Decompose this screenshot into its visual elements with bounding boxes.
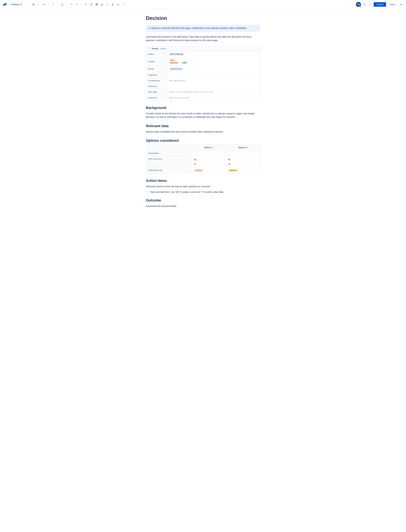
- con-icon-1: ⊖: [194, 162, 224, 166]
- pros-cons-cell-1: ⊕ ⊖: [194, 158, 224, 166]
- options-cost-col2[interactable]: MEDIUM: [226, 167, 260, 173]
- task-button[interactable]: ☑: [83, 2, 88, 7]
- mention-button[interactable]: @: [99, 2, 104, 7]
- more-insert-button[interactable]: +: [121, 2, 126, 7]
- options-pros-label: Pros and cons: [146, 156, 192, 167]
- row-value-approver[interactable]: [167, 72, 260, 78]
- close-button[interactable]: Close: [387, 2, 397, 7]
- outcome-section: Outcome Summarize the outcome below: [146, 198, 260, 208]
- details-label: Details: [152, 47, 159, 50]
- table-row: Contributors Add stakeholders: [146, 78, 260, 83]
- toolbar: Heading 2 ▾ B I ••• ≡ A ≔ ≒ ☑ 🔗 🖼 @ ☺ ⊞ …: [0, 0, 406, 9]
- impact-medium-badge: MEDIUM: [169, 62, 179, 64]
- list-group: ≔ ≒: [69, 2, 79, 7]
- toolbar-divider-2: [49, 3, 49, 6]
- row-value-impact[interactable]: HIGH / MEDIUM / LOW: [167, 57, 260, 66]
- toolbar-divider-4: [67, 3, 67, 6]
- pros-cons-cell-2: ⊕ ⊖: [228, 158, 258, 166]
- table-row: Option 1: Option 2:: [146, 145, 260, 150]
- more-options-button[interactable]: •••: [398, 2, 404, 7]
- options-col1-header: Option 1:: [192, 145, 226, 150]
- toolbar-divider-5: [81, 3, 81, 6]
- text-color-button[interactable]: A: [60, 2, 65, 7]
- row-label-outcome-detail: Outcome: [146, 95, 167, 100]
- due-date-placeholder: When does this decision need to be made …: [169, 91, 213, 93]
- action-items-section: Action items Add action items to close t…: [146, 179, 260, 193]
- options-pros-col1[interactable]: ⊕ ⊖: [192, 156, 226, 167]
- user-avatar[interactable]: CK: [356, 2, 361, 7]
- confluence-logo[interactable]: [2, 2, 7, 7]
- cost-badge-medium: MEDIUM: [228, 169, 238, 172]
- row-value-status[interactable]: NOT STARTED: [167, 51, 260, 57]
- page-history-button[interactable]: 📄: [368, 2, 372, 7]
- row-value-contributors[interactable]: Add stakeholders: [167, 78, 260, 83]
- task-checkbox[interactable]: [146, 191, 148, 193]
- options-cost-label: Estimated cost: [146, 167, 192, 173]
- table-row: Due date When does this decision need to…: [146, 89, 260, 95]
- row-label-driver: Driver: [146, 66, 167, 72]
- page-content: Decision ℹ Add your comments directly to…: [143, 9, 263, 226]
- details-icon: 📄: [148, 47, 151, 50]
- avatar-badge: [359, 5, 361, 7]
- options-description-label: Description: [146, 150, 192, 156]
- heading-selector[interactable]: Heading 2 ▾: [9, 2, 27, 6]
- info-banner: ℹ Add your comments directly to the page…: [146, 25, 260, 32]
- row-value-driver[interactable]: @Chan Kim: [167, 66, 260, 72]
- options-description-col1[interactable]: [192, 150, 226, 156]
- align-button[interactable]: ≡: [51, 2, 56, 7]
- options-table: Option 1: Option 2: Description Pros and…: [146, 145, 260, 174]
- table-row: Driver @Chan Kim: [146, 66, 260, 72]
- relevant-data-heading[interactable]: Relevant data: [146, 124, 260, 128]
- image-button[interactable]: 🖼: [94, 2, 99, 7]
- table-row: Approver: [146, 72, 260, 78]
- options-cost-col1[interactable]: LARGE: [192, 167, 226, 173]
- outcome-heading[interactable]: Outcome: [146, 198, 260, 202]
- details-header: 📄 Details | label =: [146, 46, 260, 51]
- background-body: Provide context on the decision the team…: [146, 112, 260, 119]
- row-label-approver: Approver: [146, 72, 167, 78]
- ordered-list-button[interactable]: ≒: [74, 2, 79, 7]
- row-value-informed[interactable]: [167, 83, 260, 89]
- driver-mention: @Chan Kim: [169, 67, 183, 70]
- row-label-impact: Impact: [146, 57, 167, 66]
- task-row: Type your task here. Use "@" to assign a…: [146, 191, 260, 193]
- row-value-due-date[interactable]: When does this decision need to be made …: [167, 89, 260, 95]
- toolbar-right: CK + 📄 Publish Close •••: [356, 2, 404, 7]
- bold-button[interactable]: B: [31, 2, 36, 7]
- action-items-heading[interactable]: Action items: [146, 179, 260, 183]
- info-icon: ℹ: [148, 27, 149, 30]
- cost-badge-large: LARGE: [194, 169, 203, 172]
- text-format-group: B I •••: [31, 2, 47, 7]
- link-button[interactable]: 🔗: [89, 2, 94, 7]
- options-description-col2[interactable]: [226, 150, 260, 156]
- insert-group: ☑ 🔗 🖼 @ ☺ ⊞ ⊟ +: [83, 2, 126, 7]
- background-section: Background Provide context on the decisi…: [146, 106, 260, 119]
- heading-chevron: ▾: [21, 3, 22, 6]
- heading-selector-label: Heading 2: [11, 3, 20, 6]
- action-items-body: Add action items to close the loop on op…: [146, 185, 260, 188]
- options-pros-col2[interactable]: ⊕ ⊖: [226, 156, 260, 167]
- options-section: Options considered Option 1: Option 2: D…: [146, 139, 260, 174]
- emoji-button[interactable]: ☺: [105, 2, 110, 7]
- more-format-button[interactable]: •••: [42, 2, 47, 7]
- italic-button[interactable]: I: [36, 2, 41, 7]
- outcome-placeholder: What did you decide?: [169, 97, 190, 99]
- publish-button[interactable]: Publish: [374, 2, 386, 7]
- table-row: Description: [146, 150, 260, 156]
- table-button[interactable]: ⊞: [110, 2, 115, 7]
- bullet-list-button[interactable]: ≔: [69, 2, 74, 7]
- add-collaborator-button[interactable]: +: [362, 2, 367, 7]
- options-heading[interactable]: Options considered: [146, 139, 260, 143]
- table-row: Pros and cons ⊕ ⊖ ⊕ ⊖: [146, 156, 260, 167]
- columns-button[interactable]: ⊟: [116, 2, 121, 7]
- intro-paragraph: Summarize this decision in the table bel…: [146, 35, 260, 42]
- row-value-outcome-detail[interactable]: What did you decide?: [167, 95, 260, 100]
- options-col2-header: Option 2:: [226, 145, 260, 150]
- row-label-informed: Informed: [146, 83, 167, 89]
- info-banner-text: Add your comments directly to the page. …: [151, 27, 247, 29]
- background-heading[interactable]: Background: [146, 106, 260, 110]
- table-row: Estimated cost LARGE MEDIUM: [146, 167, 260, 173]
- task-placeholder-text[interactable]: Type your task here. Use "@" to assign a…: [150, 191, 224, 193]
- toolbar-divider-3: [58, 3, 58, 6]
- page-title[interactable]: Decision: [146, 15, 260, 21]
